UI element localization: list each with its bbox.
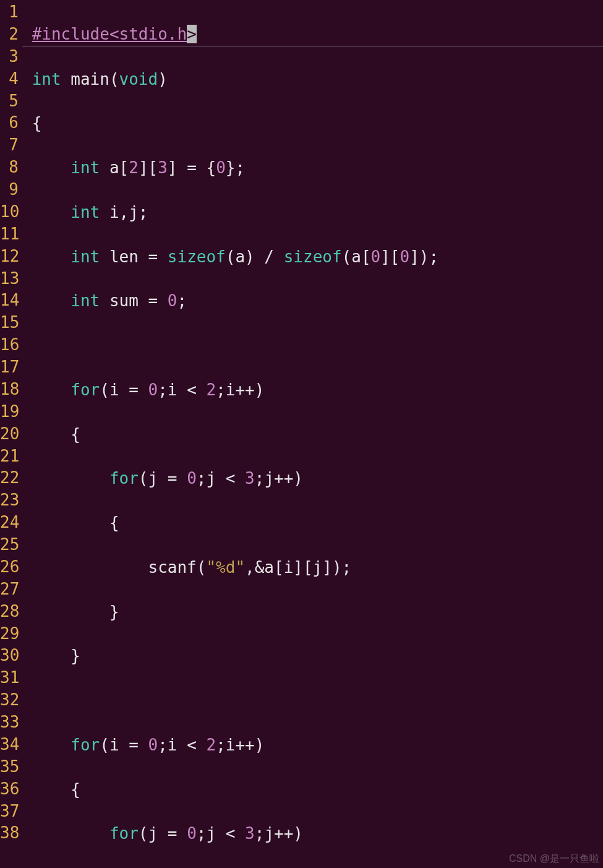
- code-editor: 1 2 3 4 5 6 7 8 9 10 11 12 13 14 15 16 1…: [0, 0, 603, 868]
- line-number: 24: [0, 512, 22, 534]
- line-number: 29: [0, 623, 22, 645]
- line-number: 21: [0, 445, 22, 468]
- line-number: 16: [0, 334, 22, 356]
- watermark: CSDN @是一只鱼啦: [509, 852, 599, 866]
- line-number: 13: [0, 268, 22, 290]
- line-number: 17: [0, 356, 22, 379]
- line-number: 30: [0, 645, 22, 667]
- line-number: 33: [0, 711, 22, 734]
- line-number: 34: [0, 734, 22, 756]
- line-number: 36: [0, 778, 22, 801]
- line-number: 27: [0, 578, 22, 601]
- line-number: 5: [0, 90, 22, 113]
- line-number: 10: [0, 201, 22, 223]
- line-number: 6: [0, 112, 22, 134]
- line-number: 19: [0, 401, 22, 423]
- line-number: 26: [0, 556, 22, 578]
- line-number: 15: [0, 312, 22, 334]
- line-number: 25: [0, 534, 22, 556]
- line-number: 4: [0, 68, 22, 90]
- line-number: 7: [0, 134, 22, 157]
- line-number: 8: [0, 157, 22, 179]
- line-number: 31: [0, 667, 22, 689]
- line-number: 23: [0, 489, 22, 512]
- line-number: 14: [0, 290, 22, 312]
- code-area[interactable]: #include<stdio.h> int main(void) { int a…: [22, 1, 603, 868]
- line-number: 1: [0, 1, 22, 24]
- line-number: 32: [0, 689, 22, 711]
- line-number: 9: [0, 179, 22, 201]
- line-number: 37: [0, 801, 22, 823]
- line-number-gutter: 1 2 3 4 5 6 7 8 9 10 11 12 13 14 15 16 1…: [0, 1, 22, 868]
- line-number: 11: [0, 223, 22, 246]
- line-number: 20: [0, 423, 22, 445]
- line-number: 38: [0, 822, 22, 844]
- line-number: 35: [0, 756, 22, 778]
- line-number: 2: [0, 24, 22, 46]
- line-number: 12: [0, 246, 22, 268]
- line-number: 18: [0, 379, 22, 401]
- line-number: 28: [0, 601, 22, 623]
- line-number: 3: [0, 46, 22, 68]
- line-number: 22: [0, 467, 22, 489]
